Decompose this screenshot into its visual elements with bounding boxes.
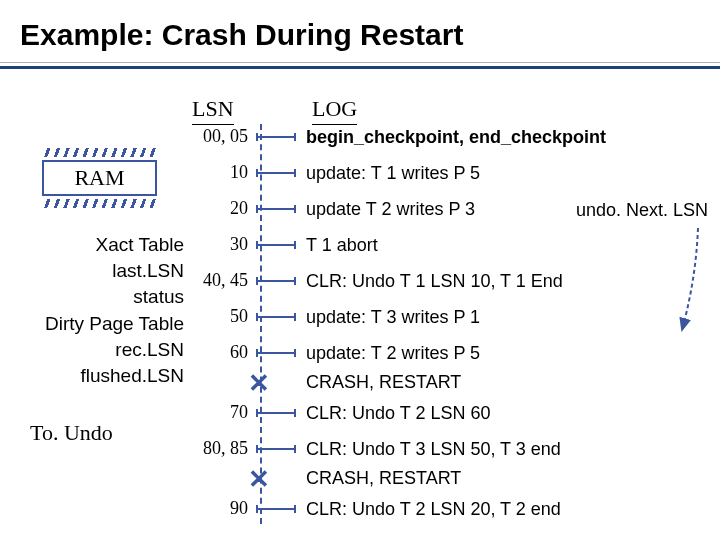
tick-icon	[256, 352, 296, 354]
log-message: update: T 2 writes P 5	[306, 343, 480, 364]
lsn-value: 50	[0, 306, 248, 327]
tick-icon	[256, 136, 296, 138]
log-entry: 50 update: T 3 writes P 1	[0, 306, 720, 330]
log-entry: 70 CLR: Undo T 2 LSN 60	[0, 402, 720, 426]
tick-icon	[256, 244, 296, 246]
tick-icon	[256, 316, 296, 318]
slide-title: Example: Crash During Restart	[20, 18, 463, 52]
log-entry: 00, 05 begin_checkpoint, end_checkpoint	[0, 126, 720, 150]
lsn-value: 60	[0, 342, 248, 363]
lsn-value: 70	[0, 402, 248, 423]
log-message: begin_checkpoint, end_checkpoint	[306, 127, 606, 148]
lsn-value: 40, 45	[0, 270, 248, 291]
divider-thin	[0, 62, 720, 63]
log-entry: 10 update: T 1 writes P 5	[0, 162, 720, 186]
crash-icon: ✕	[248, 370, 270, 396]
arrow-icon	[648, 224, 708, 344]
lsn-value: 30	[0, 234, 248, 255]
tick-icon	[256, 508, 296, 510]
tick-icon	[256, 280, 296, 282]
lsn-header: LSN	[192, 96, 234, 125]
log-message: CLR: Undo T 2 LSN 60	[306, 403, 490, 424]
lsn-value: 90	[0, 498, 248, 519]
log-message: CLR: Undo T 1 LSN 10, T 1 End	[306, 271, 563, 292]
lsn-value: 00, 05	[0, 126, 248, 147]
lsn-value: 20	[0, 198, 248, 219]
log-entry: 60 update: T 2 writes P 5	[0, 342, 720, 366]
tick-icon	[256, 208, 296, 210]
log-entry: 90 CLR: Undo T 2 LSN 20, T 2 end	[0, 498, 720, 522]
log-message: CLR: Undo T 2 LSN 20, T 2 end	[306, 499, 561, 520]
lsn-value: 10	[0, 162, 248, 183]
divider-thick	[0, 66, 720, 69]
undo-next-lsn-label: undo. Next. LSN	[576, 200, 708, 221]
log-message: update: T 1 writes P 5	[306, 163, 480, 184]
tick-icon	[256, 448, 296, 450]
crash-icon: ✕	[248, 466, 270, 492]
tick-icon	[256, 412, 296, 414]
log-entry: 80, 85 CLR: Undo T 3 LSN 50, T 3 end	[0, 438, 720, 462]
crash-label: CRASH, RESTART	[306, 372, 461, 393]
log-message: CLR: Undo T 3 LSN 50, T 3 end	[306, 439, 561, 460]
log-entry: 40, 45 CLR: Undo T 1 LSN 10, T 1 End	[0, 270, 720, 294]
crash-label: CRASH, RESTART	[306, 468, 461, 489]
log-message: T 1 abort	[306, 235, 378, 256]
log-message: update: T 3 writes P 1	[306, 307, 480, 328]
log-entry: 30 T 1 abort	[0, 234, 720, 258]
log-message: update T 2 writes P 3	[306, 199, 475, 220]
lsn-value: 80, 85	[0, 438, 248, 459]
list-item: flushed.LSN	[28, 363, 184, 389]
tick-icon	[256, 172, 296, 174]
log-header: LOG	[312, 96, 357, 125]
